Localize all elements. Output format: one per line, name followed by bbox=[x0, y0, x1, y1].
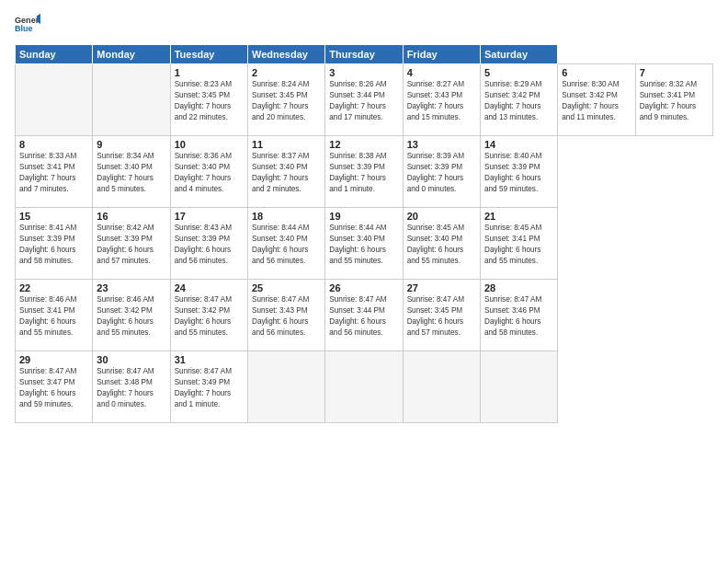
day-info: Sunrise: 8:47 AMSunset: 3:48 PMDaylight:… bbox=[97, 367, 154, 408]
calendar-cell: 9Sunrise: 8:34 AMSunset: 3:40 PMDaylight… bbox=[93, 136, 170, 208]
calendar-cell: 1Sunrise: 8:23 AMSunset: 3:45 PMDaylight… bbox=[170, 64, 247, 136]
calendar-cell: 26Sunrise: 8:47 AMSunset: 3:44 PMDayligh… bbox=[325, 280, 403, 351]
calendar-cell: 22Sunrise: 8:46 AMSunset: 3:41 PMDayligh… bbox=[16, 280, 93, 351]
day-number: 17 bbox=[175, 211, 244, 222]
calendar-cell: 25Sunrise: 8:47 AMSunset: 3:43 PMDayligh… bbox=[247, 280, 324, 351]
day-number: 10 bbox=[175, 139, 244, 150]
calendar-body: 1Sunrise: 8:23 AMSunset: 3:45 PMDaylight… bbox=[16, 64, 713, 423]
day-info: Sunrise: 8:45 AMSunset: 3:40 PMDaylight:… bbox=[407, 224, 464, 265]
day-info: Sunrise: 8:29 AMSunset: 3:42 PMDaylight:… bbox=[484, 80, 541, 121]
day-info: Sunrise: 8:44 AMSunset: 3:40 PMDaylight:… bbox=[252, 224, 309, 265]
calendar-cell: 30Sunrise: 8:47 AMSunset: 3:48 PMDayligh… bbox=[93, 351, 170, 423]
calendar-cell: 6Sunrise: 8:30 AMSunset: 3:42 PMDaylight… bbox=[558, 64, 635, 136]
day-number: 31 bbox=[175, 354, 244, 365]
weekday-label: Friday bbox=[403, 45, 480, 64]
weekday-label: Sunday bbox=[16, 45, 93, 64]
calendar-cell: 19Sunrise: 8:44 AMSunset: 3:40 PMDayligh… bbox=[325, 208, 403, 280]
day-number: 3 bbox=[329, 67, 398, 78]
calendar-week-row: 29Sunrise: 8:47 AMSunset: 3:47 PMDayligh… bbox=[16, 351, 713, 423]
calendar-cell: 18Sunrise: 8:44 AMSunset: 3:40 PMDayligh… bbox=[247, 208, 324, 280]
day-info: Sunrise: 8:47 AMSunset: 3:43 PMDaylight:… bbox=[252, 295, 309, 337]
page: General Blue SundayMondayTuesdayWednesda… bbox=[0, 0, 728, 563]
day-number: 20 bbox=[407, 211, 476, 222]
calendar-cell: 8Sunrise: 8:33 AMSunset: 3:41 PMDaylight… bbox=[16, 136, 93, 208]
calendar-cell: 28Sunrise: 8:47 AMSunset: 3:46 PMDayligh… bbox=[480, 280, 557, 351]
calendar-cell bbox=[93, 64, 170, 136]
day-info: Sunrise: 8:47 AMSunset: 3:45 PMDaylight:… bbox=[407, 295, 464, 337]
day-number: 22 bbox=[19, 282, 88, 293]
day-number: 14 bbox=[484, 139, 553, 150]
day-info: Sunrise: 8:33 AMSunset: 3:41 PMDaylight:… bbox=[19, 152, 76, 193]
day-number: 23 bbox=[97, 282, 165, 293]
day-number: 28 bbox=[484, 282, 553, 293]
day-number: 18 bbox=[252, 211, 321, 222]
svg-text:Blue: Blue bbox=[15, 24, 33, 33]
day-number: 19 bbox=[329, 211, 398, 222]
day-number: 2 bbox=[252, 67, 321, 78]
calendar-cell bbox=[16, 64, 93, 136]
calendar-cell: 31Sunrise: 8:47 AMSunset: 3:49 PMDayligh… bbox=[170, 351, 247, 423]
day-number: 25 bbox=[252, 282, 321, 293]
day-info: Sunrise: 8:41 AMSunset: 3:39 PMDaylight:… bbox=[19, 224, 76, 265]
logo: General Blue bbox=[15, 11, 40, 37]
calendar-cell: 12Sunrise: 8:38 AMSunset: 3:39 PMDayligh… bbox=[325, 136, 403, 208]
day-number: 1 bbox=[175, 67, 244, 78]
day-info: Sunrise: 8:45 AMSunset: 3:41 PMDaylight:… bbox=[484, 224, 541, 265]
day-info: Sunrise: 8:40 AMSunset: 3:39 PMDaylight:… bbox=[484, 152, 541, 193]
day-info: Sunrise: 8:43 AMSunset: 3:39 PMDaylight:… bbox=[175, 224, 232, 265]
day-info: Sunrise: 8:34 AMSunset: 3:40 PMDaylight:… bbox=[97, 152, 154, 193]
weekday-label: Saturday bbox=[480, 45, 557, 64]
calendar-cell: 3Sunrise: 8:26 AMSunset: 3:44 PMDaylight… bbox=[325, 64, 403, 136]
calendar-cell bbox=[247, 351, 324, 423]
day-info: Sunrise: 8:47 AMSunset: 3:44 PMDaylight:… bbox=[329, 295, 386, 337]
calendar-week-row: 15Sunrise: 8:41 AMSunset: 3:39 PMDayligh… bbox=[16, 208, 713, 280]
calendar-week-row: 22Sunrise: 8:46 AMSunset: 3:41 PMDayligh… bbox=[16, 280, 713, 351]
day-info: Sunrise: 8:26 AMSunset: 3:44 PMDaylight:… bbox=[329, 80, 386, 121]
day-info: Sunrise: 8:24 AMSunset: 3:45 PMDaylight:… bbox=[252, 80, 309, 121]
day-info: Sunrise: 8:37 AMSunset: 3:40 PMDaylight:… bbox=[252, 152, 309, 193]
day-info: Sunrise: 8:46 AMSunset: 3:41 PMDaylight:… bbox=[19, 295, 76, 337]
day-info: Sunrise: 8:39 AMSunset: 3:39 PMDaylight:… bbox=[407, 152, 464, 193]
day-number: 24 bbox=[175, 282, 244, 293]
day-info: Sunrise: 8:23 AMSunset: 3:45 PMDaylight:… bbox=[175, 80, 232, 121]
day-info: Sunrise: 8:36 AMSunset: 3:40 PMDaylight:… bbox=[175, 152, 232, 193]
day-number: 16 bbox=[97, 211, 165, 222]
day-number: 9 bbox=[97, 139, 165, 150]
day-number: 13 bbox=[407, 139, 476, 150]
day-number: 27 bbox=[407, 282, 476, 293]
weekday-label: Wednesday bbox=[247, 45, 324, 64]
calendar-cell bbox=[480, 351, 557, 423]
calendar-cell: 16Sunrise: 8:42 AMSunset: 3:39 PMDayligh… bbox=[93, 208, 170, 280]
calendar: SundayMondayTuesdayWednesdayThursdayFrid… bbox=[15, 44, 713, 423]
day-info: Sunrise: 8:30 AMSunset: 3:42 PMDaylight:… bbox=[562, 80, 619, 121]
calendar-cell: 5Sunrise: 8:29 AMSunset: 3:42 PMDaylight… bbox=[480, 64, 557, 136]
logo-icon: General Blue bbox=[15, 11, 40, 37]
day-number: 26 bbox=[329, 282, 398, 293]
day-info: Sunrise: 8:47 AMSunset: 3:49 PMDaylight:… bbox=[175, 367, 232, 408]
day-info: Sunrise: 8:46 AMSunset: 3:42 PMDaylight:… bbox=[97, 295, 154, 337]
calendar-cell: 4Sunrise: 8:27 AMSunset: 3:43 PMDaylight… bbox=[403, 64, 480, 136]
calendar-cell: 11Sunrise: 8:37 AMSunset: 3:40 PMDayligh… bbox=[247, 136, 324, 208]
day-number: 11 bbox=[252, 139, 321, 150]
calendar-cell: 14Sunrise: 8:40 AMSunset: 3:39 PMDayligh… bbox=[480, 136, 557, 208]
calendar-cell: 21Sunrise: 8:45 AMSunset: 3:41 PMDayligh… bbox=[480, 208, 557, 280]
calendar-cell: 2Sunrise: 8:24 AMSunset: 3:45 PMDaylight… bbox=[247, 64, 324, 136]
calendar-cell bbox=[403, 351, 480, 423]
calendar-cell: 10Sunrise: 8:36 AMSunset: 3:40 PMDayligh… bbox=[170, 136, 247, 208]
day-number: 7 bbox=[640, 67, 709, 78]
day-info: Sunrise: 8:38 AMSunset: 3:39 PMDaylight:… bbox=[329, 152, 386, 193]
day-number: 6 bbox=[562, 67, 631, 78]
day-number: 5 bbox=[484, 67, 553, 78]
calendar-cell: 7Sunrise: 8:32 AMSunset: 3:41 PMDaylight… bbox=[635, 64, 712, 136]
calendar-cell: 15Sunrise: 8:41 AMSunset: 3:39 PMDayligh… bbox=[16, 208, 93, 280]
day-number: 8 bbox=[19, 139, 88, 150]
weekday-header-row: SundayMondayTuesdayWednesdayThursdayFrid… bbox=[16, 45, 713, 64]
day-number: 12 bbox=[329, 139, 398, 150]
day-info: Sunrise: 8:42 AMSunset: 3:39 PMDaylight:… bbox=[97, 224, 154, 265]
calendar-cell: 23Sunrise: 8:46 AMSunset: 3:42 PMDayligh… bbox=[93, 280, 170, 351]
calendar-cell: 24Sunrise: 8:47 AMSunset: 3:42 PMDayligh… bbox=[170, 280, 247, 351]
day-number: 21 bbox=[484, 211, 553, 222]
day-info: Sunrise: 8:44 AMSunset: 3:40 PMDaylight:… bbox=[329, 224, 386, 265]
day-info: Sunrise: 8:47 AMSunset: 3:47 PMDaylight:… bbox=[19, 367, 76, 408]
day-info: Sunrise: 8:32 AMSunset: 3:41 PMDaylight:… bbox=[640, 80, 697, 121]
